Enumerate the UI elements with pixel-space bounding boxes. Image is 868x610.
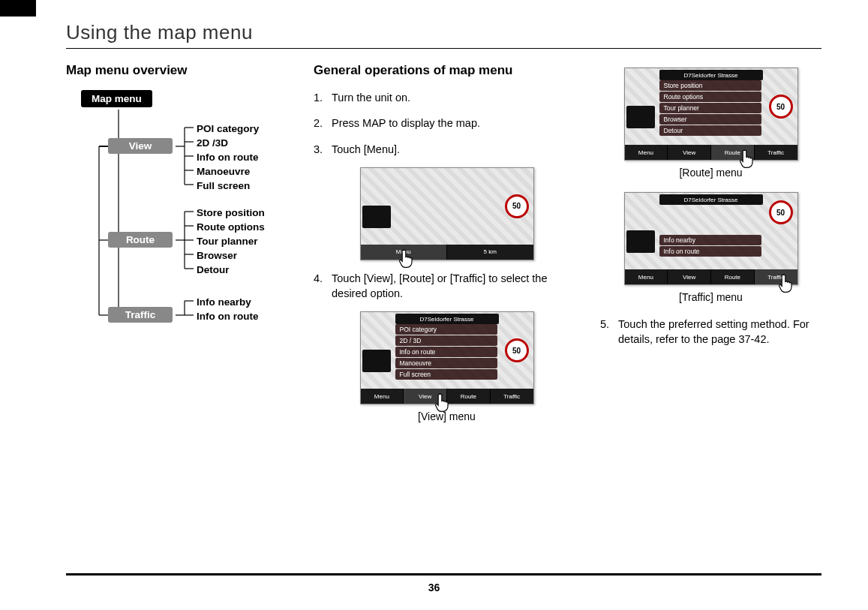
leaf: 2D /3D (197, 136, 259, 150)
bottom-tabs: Menu View Route Traffic (625, 145, 797, 160)
step-4: 4.Touch [View], [Route] or [Traffic] to … (314, 271, 580, 302)
leaf: Browser (197, 248, 265, 263)
leaf: Detour (197, 263, 265, 277)
info-strip (362, 206, 391, 228)
page-title: Using the map menu (66, 21, 253, 44)
tab-route[interactable]: Route (711, 269, 755, 284)
tab-menu[interactable]: Menu (361, 389, 404, 404)
steps-list-2: 4.Touch [View], [Route] or [Traffic] to … (314, 271, 580, 302)
screenshot-view: D7Seldorfer Strasse POI category 2D / 3D… (360, 311, 534, 404)
tab-menu[interactable]: Menu (625, 145, 668, 160)
bottom-tabs: Menu View Route Traffic (361, 389, 533, 404)
menu-tree-diagram: Map menu View POI category 2D /3D Info o… (66, 90, 299, 338)
node-view: View (108, 138, 173, 154)
tab-view[interactable]: View (404, 389, 447, 404)
tab-traffic[interactable]: Traffic (755, 145, 797, 160)
info-strip (362, 350, 391, 372)
top-bar: D7Seldorfer Strasse (659, 70, 763, 80)
divider-bottom (66, 573, 821, 575)
speed-sign: 50 (505, 338, 529, 362)
leaf: POI category (197, 122, 259, 136)
tab-traffic[interactable]: Traffic (491, 389, 533, 404)
steps-list-3: 5.Touch the preferred setting method. Fo… (600, 317, 821, 347)
tab-menu[interactable]: Menu (361, 245, 448, 260)
leaf: Full screen (197, 179, 259, 193)
top-bar: D7Seldorfer Strasse (395, 314, 499, 324)
info-strip (626, 106, 655, 128)
tab-view[interactable]: View (668, 145, 711, 160)
bottom-tabs: Menu View Route Traffic (625, 269, 797, 284)
node-map-menu: Map menu (81, 90, 152, 107)
screenshot-menu: 50 Menu 5 km (360, 167, 534, 260)
step-2: 2.Press MAP to display the map. (314, 116, 580, 131)
leaf: Manoeuvre (197, 164, 259, 179)
heading-general: General operations of map menu (314, 63, 580, 78)
step-5: 5.Touch the preferred setting method. Fo… (600, 317, 821, 347)
panel-route: Store position Route options Tour planne… (659, 80, 761, 137)
leaf: Info on route (197, 150, 259, 164)
leaf: Route options (197, 220, 265, 234)
tab-scale: 5 km (447, 245, 533, 260)
panel-traffic: Info nearby Info on route (659, 235, 761, 257)
column-overview: Map menu overview (66, 63, 299, 338)
caption-traffic: [Traffic] menu (600, 291, 821, 303)
tab-view[interactable]: View (668, 269, 711, 284)
info-strip (626, 230, 655, 253)
screenshot-route: D7Seldorfer Strasse Store position Route… (624, 68, 798, 161)
column-right: D7Seldorfer Strasse Store position Route… (600, 63, 821, 358)
speed-sign: 50 (769, 200, 793, 224)
page-number: 36 (0, 581, 868, 593)
node-route: Route (108, 232, 173, 248)
step-1: 1.Turn the unit on. (314, 90, 580, 105)
node-traffic: Traffic (108, 307, 173, 323)
leaves-traffic: Info nearby Info on route (197, 295, 258, 323)
speed-sign: 50 (505, 194, 529, 218)
corner-tab (0, 0, 36, 17)
leaf: Store position (197, 206, 265, 220)
leaf: Info nearby (197, 295, 258, 309)
leaves-route: Store position Route options Tour planne… (197, 206, 265, 277)
heading-overview: Map menu overview (66, 63, 299, 78)
top-bar: D7Seldorfer Strasse (659, 194, 763, 205)
caption-view: [View] menu (314, 410, 580, 422)
column-general-ops: General operations of map menu 1.Turn th… (314, 63, 580, 436)
bottom-tabs: Menu 5 km (361, 245, 533, 260)
step-3: 3.Touch [Menu]. (314, 142, 580, 157)
divider-top (66, 48, 821, 49)
tab-route[interactable]: Route (711, 145, 755, 160)
leaves-view: POI category 2D /3D Info on route Manoeu… (197, 122, 259, 193)
screenshot-traffic: D7Seldorfer Strasse Info nearby Info on … (624, 192, 798, 285)
leaf: Tour planner (197, 234, 265, 248)
speed-sign: 50 (769, 95, 793, 119)
leaf: Info on route (197, 309, 258, 323)
panel-view: POI category 2D / 3D Info on route Manoe… (395, 324, 497, 380)
steps-list: 1.Turn the unit on. 2.Press MAP to displ… (314, 90, 580, 157)
caption-route: [Route] menu (600, 167, 821, 179)
tab-menu[interactable]: Menu (625, 269, 668, 284)
tab-traffic[interactable]: Traffic (755, 269, 797, 284)
tab-route[interactable]: Route (447, 389, 491, 404)
